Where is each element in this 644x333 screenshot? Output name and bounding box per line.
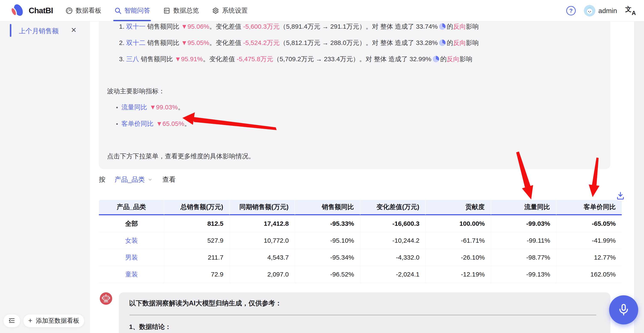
list-index: 2. xyxy=(119,39,124,46)
diff-value: -5,475.8万元 xyxy=(237,55,273,62)
top-nav: ChatBI 数据看板 智能问答 xyxy=(0,0,644,21)
app-root: ChatBI 数据看板 智能问答 xyxy=(0,0,644,333)
chat-content: 1. 双十一 销售额同比 ▼95.06%。变化差值 -5,600.3万元（5,8… xyxy=(90,21,634,333)
nav-smart-qa[interactable]: 智能问答 xyxy=(113,0,151,21)
impact-pct: 33.28% xyxy=(416,39,438,46)
dimension-link[interactable]: 双十一 xyxy=(126,23,145,30)
category-link[interactable]: 男装 xyxy=(99,249,164,266)
category-link[interactable]: 女装 xyxy=(99,232,164,249)
nav-label: 数据看板 xyxy=(76,6,101,15)
nav-data-overview[interactable]: 数据总览 xyxy=(162,0,200,21)
language-switch-icon[interactable]: 文 A xyxy=(625,5,636,16)
fluct-item-avg-order: •客单价同比▼65.05%。 xyxy=(116,119,191,128)
category-link[interactable]: 童装 xyxy=(99,266,164,283)
dimension-select[interactable]: 产品_品类 xyxy=(114,175,153,184)
user-name: admin xyxy=(598,7,617,15)
cell-category: 全部 xyxy=(99,215,164,232)
table-row-kids: 童装 72.9 2,097.0 -96.52% -2,024.1 -12.19%… xyxy=(99,266,622,283)
chatbi-logo-icon xyxy=(10,3,25,18)
collapse-sidebar-button[interactable] xyxy=(3,314,20,328)
impact-pct: 32.99% xyxy=(410,55,432,62)
avatar xyxy=(584,5,596,16)
column-header-traffic-yoy: 流量同比 xyxy=(491,200,556,215)
assistant-message-bubble: 1. 双十一 销售额同比 ▼95.06%。变化差值 -5,600.3万元（5,8… xyxy=(99,21,610,169)
column-header-diff: 变化差值(万元) xyxy=(360,200,426,215)
conversation-sidebar: 上个月销售额 × + 添加至数据看板 xyxy=(0,21,90,333)
ranked-insight-2: 2. 双十二 销售额同比 ▼95.05%。变化差值 -5,524.2万元（5,8… xyxy=(119,38,479,47)
lang-secondary-glyph: A xyxy=(632,10,636,16)
metric-link[interactable]: 客单价同比 xyxy=(122,120,154,127)
dim-suffix: 查看 xyxy=(162,175,176,184)
dimension-selector-row: 按 产品_品类 查看 xyxy=(99,175,176,184)
dimension-link[interactable]: 双十二 xyxy=(126,39,145,46)
column-header-prev-sales: 同期销售额(万元) xyxy=(230,200,295,215)
table-row-total: 全部 812.5 17,412.8 -95.33% -16,600.3 100.… xyxy=(99,215,622,232)
direction-label: 反向 xyxy=(453,23,466,30)
bullet-icon: • xyxy=(116,104,118,111)
nav-label: 系统设置 xyxy=(222,6,248,15)
dashboard-icon xyxy=(65,7,73,14)
pie-icon xyxy=(439,23,446,30)
user-menu[interactable]: admin xyxy=(584,5,617,16)
ranked-insight-3: 3. 三八 销售额同比 ▼95.91%。变化差值 -5,475.8万元（5,70… xyxy=(119,54,472,64)
nav-label: 数据总览 xyxy=(173,6,199,15)
ai-insight-panel: 以下数据洞察解读为AI大模型归纳生成，仅供参考： 1、数据结论： xyxy=(119,292,610,333)
metric-link[interactable]: 流量同比 xyxy=(122,104,147,111)
collapse-icon xyxy=(8,317,16,325)
nav-data-dashboard[interactable]: 数据看板 xyxy=(64,0,102,21)
direction-label: 反向 xyxy=(447,55,460,62)
fluct-item-traffic: •流量同比▼99.03%。 xyxy=(116,102,184,112)
main-nav: 数据看板 智能问答 数据总览 xyxy=(64,0,259,21)
help-icon[interactable]: ? xyxy=(566,6,576,15)
metric-pct: ▼65.05% xyxy=(156,120,184,127)
search-icon xyxy=(114,7,122,14)
impact-table: 产品_品类 总销售额(万元) 同期销售额(万元) 销售额同比 变化差值(万元) … xyxy=(99,200,622,283)
column-header-sales-yoy: 销售额同比 xyxy=(295,200,360,215)
nav-system-settings[interactable]: 系统设置 xyxy=(210,0,249,21)
bullet-icon: • xyxy=(116,121,118,127)
page-background-strip xyxy=(634,21,644,333)
pie-icon xyxy=(439,39,446,46)
voice-input-button[interactable] xyxy=(609,295,638,325)
ai-section-title: 1、数据结论： xyxy=(129,322,597,332)
lang-primary-glyph: 文 xyxy=(625,5,632,14)
column-header-aov-yoy: 客单价同比 xyxy=(556,200,622,215)
direction-label: 反向 xyxy=(453,39,466,46)
conversation-title: 上个月销售额 xyxy=(19,26,59,35)
ai-robot-icon xyxy=(100,292,112,305)
pie-icon xyxy=(433,56,439,62)
divider xyxy=(130,315,596,315)
list-index: 3. xyxy=(119,55,124,62)
yoy-pct: ▼95.05% xyxy=(181,39,209,46)
active-indicator xyxy=(10,24,11,37)
metric-pct: ▼99.03% xyxy=(150,104,178,111)
ranked-insight-1: 1. 双十一 销售额同比 ▼95.06%。变化差值 -5,600.3万元（5,8… xyxy=(119,22,479,31)
column-header-category: 产品_品类 xyxy=(99,200,164,215)
fluctuation-title: 波动主要影响指标： xyxy=(107,86,165,96)
help-glyph: ? xyxy=(569,7,573,14)
column-header-total-sales: 总销售额(万元) xyxy=(164,200,230,215)
close-icon[interactable]: × xyxy=(71,24,76,35)
dimension-link[interactable]: 三八 xyxy=(126,55,139,62)
diff-value: -5,600.3万元 xyxy=(243,23,280,30)
microphone-icon xyxy=(616,302,631,318)
brand-name: ChatBI xyxy=(29,6,53,15)
column-header-contribution: 贡献度 xyxy=(426,200,491,215)
add-to-dashboard-button[interactable]: + 添加至数据看板 xyxy=(23,314,84,328)
ai-disclaimer: 以下数据洞察解读为AI大模型归纳生成，仅供参考： xyxy=(129,299,597,308)
gear-icon xyxy=(212,7,220,14)
chevron-down-icon xyxy=(147,177,153,182)
plus-icon: + xyxy=(28,316,32,325)
dimension-value: 产品_品类 xyxy=(114,175,145,184)
nav-label: 智能问答 xyxy=(124,6,150,15)
diff-value: -5,524.2万元 xyxy=(243,39,280,46)
sidebar-item-last-month-sales[interactable]: 上个月销售额 × xyxy=(0,21,90,39)
download-icon[interactable] xyxy=(616,191,625,201)
yoy-pct: ▼95.91% xyxy=(175,55,203,62)
data-overview-icon xyxy=(163,7,171,14)
list-index: 1. xyxy=(119,23,124,30)
impact-pct: 33.74% xyxy=(416,23,438,30)
table-row-men: 男装 211.7 4,543.7 -95.34% -4,332.0 -26.10… xyxy=(99,249,622,266)
table-header: 产品_品类 总销售额(万元) 同期销售额(万元) 销售额同比 变化差值(万元) … xyxy=(99,200,622,215)
dropdown-hint: 点击下方下拉菜单，查看更多维度的具体影响情况。 xyxy=(107,152,255,161)
